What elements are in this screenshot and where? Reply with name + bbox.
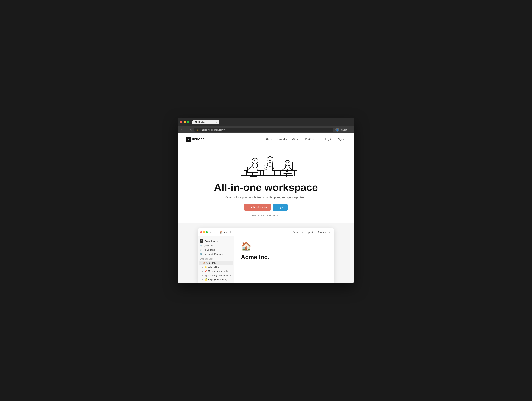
app-preview: ← → 🏠 Acme Inc. Share ✓ Updates Favorite… bbox=[198, 228, 334, 283]
sidebar-item-allupdates[interactable]: 🕐 All Updates bbox=[198, 248, 234, 252]
active-tab[interactable]: N lilNotion × bbox=[192, 120, 219, 124]
app-maximize-button[interactable] bbox=[206, 231, 208, 233]
user-avatar[interactable]: 👤 bbox=[336, 128, 339, 132]
svg-point-32 bbox=[286, 163, 287, 163]
settings-icon: ⚙️ bbox=[200, 253, 203, 255]
nav-link-signup[interactable]: Sign up bbox=[337, 138, 346, 141]
sidebar-quickfind-label: Quick Find bbox=[204, 244, 214, 247]
svg-rect-27 bbox=[284, 172, 290, 172]
clone-notice: lilNotion is a clone of Notion. bbox=[252, 214, 280, 217]
notion-link[interactable]: Notion bbox=[273, 214, 279, 217]
tabs-more-button[interactable]: › bbox=[351, 121, 352, 123]
new-tab-button[interactable]: + bbox=[221, 120, 223, 124]
reload-button[interactable]: ↻ bbox=[190, 128, 192, 132]
updates-check-icon: ✓ bbox=[302, 231, 304, 234]
sidebar-acme-label: Acme Inc. bbox=[206, 262, 216, 264]
sidebar-companygoals-label: Company Goals – 2019 bbox=[208, 274, 231, 277]
logo-text: lilNotion bbox=[192, 138, 204, 141]
sidebar-employeedir-emoji: 🗂️ bbox=[204, 278, 207, 281]
guest-label: Guest bbox=[341, 129, 347, 131]
app-close-button[interactable] bbox=[200, 231, 202, 233]
app-body: N Acme Inc. ⌄ 🔍 Quick Find 🕐 All bbox=[198, 236, 334, 283]
sidebar-workspace-icon: N bbox=[200, 239, 203, 243]
sidebar-nav-whatsnew[interactable]: ▶ ⭐ What's New bbox=[198, 265, 234, 269]
title-bar: N lilNotion × + › bbox=[178, 118, 354, 126]
svg-rect-5 bbox=[250, 176, 257, 177]
lock-icon: 🔒 bbox=[196, 129, 199, 131]
app-forward-button[interactable]: → bbox=[214, 231, 216, 234]
browser-window: N lilNotion × + › ← → ↻ 🔒 lilnotion.hero… bbox=[178, 118, 354, 283]
close-button[interactable] bbox=[180, 121, 183, 123]
nav-link-login[interactable]: Log in bbox=[325, 138, 332, 141]
tab-title: lilNotion bbox=[198, 121, 206, 123]
sidebar-settings-label: Settings & Members bbox=[204, 253, 223, 255]
tab-bar: N lilNotion × + › bbox=[192, 120, 352, 124]
page-emoji: 🏠 bbox=[241, 241, 328, 252]
more-options-button[interactable]: ··· bbox=[329, 231, 332, 234]
sidebar-employeedir-label: Employee Directory bbox=[208, 278, 227, 281]
app-nav-buttons: ← → bbox=[210, 231, 216, 234]
url-input[interactable]: 🔒 lilnotion.herokuapp.com/#/ bbox=[195, 128, 334, 132]
maximize-button[interactable] bbox=[187, 121, 189, 123]
chevron-right-icon-3: ▶ bbox=[202, 275, 203, 276]
app-titlebar: ← → 🏠 Acme Inc. Share ✓ Updates Favorite… bbox=[198, 228, 334, 236]
nav-link-linkedin[interactable]: LinkedIn bbox=[278, 138, 287, 141]
app-sidebar: N Acme Inc. ⌄ 🔍 Quick Find 🕐 All bbox=[198, 236, 234, 283]
nav-link-portfolio[interactable]: Portfolio bbox=[305, 138, 315, 141]
login-button[interactable]: Log in bbox=[273, 204, 288, 211]
browser-toolbar-right: 👤 Guest ⋮ bbox=[336, 128, 352, 132]
sidebar-nav-acme[interactable]: ▼ 🏠 Acme Inc. bbox=[199, 261, 233, 265]
sidebar-item-quickfind[interactable]: 🔍 Quick Find bbox=[198, 244, 234, 248]
chevron-down-icon: ▼ bbox=[200, 262, 202, 264]
sidebar-workspace-caret: ⌄ bbox=[217, 240, 219, 242]
svg-point-21 bbox=[265, 168, 267, 170]
sidebar-workspace-header[interactable]: N Acme Inc. ⌄ bbox=[198, 238, 234, 244]
svg-rect-28 bbox=[284, 173, 292, 174]
app-minimize-button[interactable] bbox=[203, 231, 205, 233]
logo-icon: N bbox=[186, 137, 191, 142]
sidebar-nav-mission[interactable]: ▶ 📌 Mission, Vision, Values bbox=[198, 269, 234, 273]
svg-rect-16 bbox=[264, 171, 273, 171]
svg-point-10 bbox=[254, 160, 255, 161]
minimize-button[interactable] bbox=[184, 121, 186, 123]
back-button[interactable]: ← bbox=[180, 128, 184, 132]
page-title: Acme Inc. bbox=[241, 254, 328, 261]
svg-rect-26 bbox=[286, 170, 289, 172]
url-text: lilnotion.herokuapp.com/#/ bbox=[200, 129, 226, 131]
share-button[interactable]: Share bbox=[293, 231, 299, 234]
sidebar-item-settings[interactable]: ⚙️ Settings & Members bbox=[198, 252, 234, 256]
favorite-button[interactable]: Favorite bbox=[318, 231, 327, 234]
try-now-button[interactable]: Try lilNotion now bbox=[244, 204, 271, 211]
clock-icon: 🕐 bbox=[200, 249, 203, 251]
breadcrumb-text: Acme Inc. bbox=[223, 231, 234, 234]
address-bar: ← → ↻ 🔒 lilnotion.herokuapp.com/#/ 👤 Gue… bbox=[178, 126, 354, 134]
sidebar-nav-companygoals[interactable]: ▶ 🚗 Company Goals – 2019 bbox=[198, 273, 234, 278]
nav-link-about[interactable]: About bbox=[266, 138, 272, 141]
sidebar-nav-employeedir[interactable]: ▶ 🗂️ Employee Directory bbox=[198, 278, 234, 282]
sidebar-mission-emoji: 📌 bbox=[204, 270, 207, 273]
app-back-button[interactable]: ← bbox=[210, 231, 212, 234]
svg-point-33 bbox=[288, 163, 289, 163]
app-preview-section: ← → 🏠 Acme Inc. Share ✓ Updates Favorite… bbox=[178, 223, 354, 283]
chevron-right-icon: ▶ bbox=[202, 266, 203, 268]
svg-rect-7 bbox=[247, 172, 258, 173]
site-nav: N lilNotion About LinkedIn GitHub Portfo… bbox=[178, 134, 354, 145]
sidebar-section-label: WORKSPACE bbox=[198, 256, 234, 261]
updates-button[interactable]: Updates bbox=[307, 231, 316, 234]
browser-menu-button[interactable]: ⋮ bbox=[349, 128, 352, 132]
hero-subtitle: One tool for your whole team. Write, pla… bbox=[226, 196, 306, 199]
hero-section: All-in-one workspace One tool for your w… bbox=[178, 145, 354, 223]
chevron-right-icon-4: ▶ bbox=[202, 279, 203, 280]
website-content: N lilNotion About LinkedIn GitHub Portfo… bbox=[178, 134, 354, 283]
svg-point-11 bbox=[256, 160, 256, 161]
nav-link-github[interactable]: GitHub bbox=[292, 138, 300, 141]
chevron-right-icon-2: ▶ bbox=[202, 270, 203, 272]
logo[interactable]: N lilNotion bbox=[186, 137, 204, 142]
sidebar-mission-label: Mission, Vision, Values bbox=[208, 270, 230, 273]
sidebar-companygoals-emoji: 🚗 bbox=[204, 274, 207, 277]
tab-close-button[interactable]: × bbox=[216, 121, 217, 123]
traffic-lights bbox=[180, 121, 189, 123]
hero-title: All-in-one workspace bbox=[214, 182, 318, 193]
hero-buttons: Try lilNotion now Log in bbox=[244, 204, 287, 211]
forward-button[interactable]: → bbox=[185, 128, 188, 132]
